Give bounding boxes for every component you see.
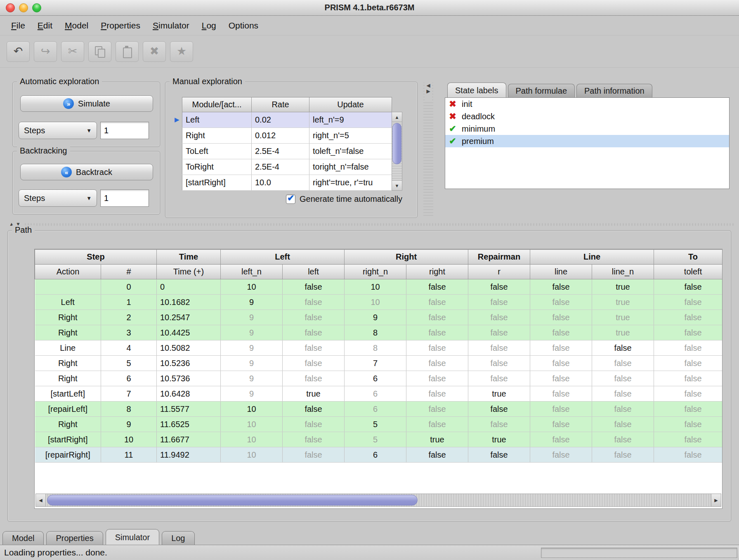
- path-row[interactable]: Line410.50829false8falsefalsefalsefalsef…: [35, 340, 723, 356]
- path-cell: true: [468, 432, 530, 447]
- manual-choice-row[interactable]: Right0.012right_n'=5: [182, 128, 392, 144]
- menu-item-log[interactable]: Log: [196, 21, 222, 31]
- star-button[interactable]: ★: [170, 41, 193, 62]
- green-check-icon: ✔: [448, 136, 458, 146]
- manual-cell-update[interactable]: right'=true, r'=tru: [309, 175, 392, 191]
- manual-cell-rate[interactable]: 2.5E-4: [252, 159, 309, 175]
- manual-column-module[interactable]: Module/[act...: [182, 97, 252, 112]
- path-row[interactable]: Left110.16829false10falsefalsefalsetruef…: [35, 295, 723, 310]
- path-column-header[interactable]: Time (+): [157, 265, 221, 279]
- manual-choice-row[interactable]: [startRight]10.0right'=true, r'=tru: [182, 175, 392, 191]
- path-column-header[interactable]: toleft: [654, 265, 722, 279]
- path-column-header[interactable]: #: [101, 265, 157, 279]
- scrollbar-thumb-horizontal[interactable]: [47, 495, 418, 506]
- path-column-header[interactable]: right_n: [345, 265, 406, 279]
- manual-cell-update[interactable]: toright_n'=false: [309, 159, 392, 175]
- path-row[interactable]: [startRight]1011.667710false5truetruefal…: [35, 432, 723, 447]
- path-cell: false: [406, 340, 468, 356]
- redo-button[interactable]: ↪: [34, 41, 57, 62]
- path-row[interactable]: [repairLeft]811.557710false6falsefalsefa…: [35, 402, 723, 417]
- tab-path-formulae[interactable]: Path formulae: [508, 84, 575, 97]
- manual-cell-module[interactable]: [startRight]: [182, 175, 252, 191]
- path-row[interactable]: Right610.57369false6falsefalsefalsefalse…: [35, 371, 723, 386]
- path-column-header[interactable]: left: [283, 265, 345, 279]
- path-row[interactable]: 0010false10falsefalsefalsetruefalse: [35, 279, 723, 295]
- manual-cell-update[interactable]: left_n'=9: [309, 112, 392, 128]
- manual-cell-module[interactable]: ToRight: [182, 159, 252, 175]
- path-cell: false: [468, 447, 530, 463]
- menu-item-file[interactable]: File: [5, 21, 31, 31]
- state-label-item-deadlock[interactable]: ✖deadlock: [445, 110, 729, 123]
- scroll-right-icon[interactable]: ▶: [711, 494, 721, 506]
- path-row[interactable]: Right210.25479false9falsefalsefalsetruef…: [35, 310, 723, 325]
- menu-item-model[interactable]: Model: [59, 21, 94, 31]
- close-window-button[interactable]: [6, 3, 15, 12]
- manual-cell-rate[interactable]: 2.5E-4: [252, 144, 309, 159]
- manual-cell-module[interactable]: Left: [182, 112, 252, 128]
- path-row[interactable]: [repairRight]1111.949210false6falsefalse…: [35, 447, 723, 463]
- manual-choice-row[interactable]: ToLeft2.5E-4toleft_n'=false: [182, 144, 392, 159]
- scroll-down-icon[interactable]: ▼: [392, 180, 402, 190]
- tab-path-information[interactable]: Path information: [576, 84, 652, 97]
- tab-properties[interactable]: Properties: [46, 531, 103, 545]
- auto-steps-input[interactable]: [100, 122, 149, 139]
- manual-cell-module[interactable]: ToLeft: [182, 144, 252, 159]
- menu-item-options[interactable]: Options: [222, 21, 264, 31]
- vertical-splitter[interactable]: ◀▶: [423, 83, 433, 218]
- copy-button[interactable]: [88, 41, 111, 62]
- tab-model[interactable]: Model: [2, 531, 44, 545]
- path-column-header[interactable]: line_n: [592, 265, 654, 279]
- manual-column-update[interactable]: Update: [309, 97, 392, 112]
- menu-item-edit[interactable]: Edit: [31, 21, 59, 31]
- minimize-window-button[interactable]: [19, 3, 28, 12]
- delete-button[interactable]: ✖: [143, 41, 166, 62]
- manual-cell-rate[interactable]: 10.0: [252, 175, 309, 191]
- manual-cell-rate[interactable]: 0.012: [252, 128, 309, 144]
- cut-button[interactable]: ✂: [61, 41, 84, 62]
- manual-choice-row[interactable]: Left0.02left_n'=9: [182, 112, 392, 128]
- path-row[interactable]: Right310.44259false8falsefalsefalsetruef…: [35, 325, 723, 340]
- path-row[interactable]: Right911.652510false5falsefalsefalsefals…: [35, 417, 723, 432]
- backtrack-steps-dropdown[interactable]: Steps: [19, 189, 97, 207]
- path-column-header[interactable]: r: [468, 265, 530, 279]
- state-label-item-init[interactable]: ✖init: [445, 98, 729, 110]
- manual-column-rate[interactable]: Rate: [252, 97, 309, 112]
- path-cell: 11.9492: [157, 447, 221, 463]
- generate-time-checkbox[interactable]: [286, 194, 295, 204]
- state-label-item-premium[interactable]: ✔premium: [445, 135, 729, 147]
- path-column-header[interactable]: left_n: [221, 265, 283, 279]
- state-label-item-minimum[interactable]: ✔minimum: [445, 123, 729, 135]
- scrollbar-thumb[interactable]: [392, 123, 401, 164]
- simulate-button[interactable]: Simulate: [20, 95, 153, 112]
- paste-button[interactable]: [116, 41, 139, 62]
- path-column-header[interactable]: Action: [35, 265, 101, 279]
- splitter-collapse-icons[interactable]: ◀▶: [425, 83, 432, 101]
- scroll-up-icon[interactable]: ▲: [392, 112, 402, 122]
- path-cell: 9: [221, 325, 283, 340]
- undo-button[interactable]: ↶: [7, 41, 30, 62]
- auto-steps-dropdown[interactable]: Steps: [19, 122, 97, 139]
- manual-cell-module[interactable]: Right: [182, 128, 252, 144]
- bottom-tab-strip: ModelPropertiesSimulatorLog: [2, 529, 195, 545]
- backtrack-steps-input[interactable]: [100, 189, 149, 207]
- manual-cell-update[interactable]: right_n'=5: [309, 128, 392, 144]
- zoom-window-button[interactable]: [32, 3, 41, 12]
- path-row[interactable]: Right510.52369false7falsefalsefalsefalse…: [35, 356, 723, 371]
- path-column-header[interactable]: right: [406, 265, 468, 279]
- path-column-header[interactable]: line: [530, 265, 592, 279]
- path-cell: false: [283, 279, 345, 295]
- path-horizontal-scrollbar[interactable]: ◀ ▶: [35, 494, 721, 507]
- manual-cell-rate[interactable]: 0.02: [252, 112, 309, 128]
- scroll-left-icon[interactable]: ◀: [36, 494, 46, 506]
- manual-choice-row[interactable]: ToRight2.5E-4toright_n'=false: [182, 159, 392, 175]
- menu-item-properties[interactable]: Properties: [94, 21, 146, 31]
- manual-table-scrollbar[interactable]: ▲ ▼: [392, 112, 402, 191]
- tab-state-labels[interactable]: State labels: [447, 83, 506, 97]
- horizontal-splitter[interactable]: ▲▼: [0, 220, 739, 229]
- tab-log[interactable]: Log: [162, 531, 194, 545]
- backtrack-button[interactable]: Backtrack: [20, 164, 153, 180]
- manual-cell-update[interactable]: toleft_n'=false: [309, 144, 392, 159]
- path-row[interactable]: [startLeft]710.64289true6falsetruefalsef…: [35, 386, 723, 402]
- menu-item-simulator[interactable]: Simulator: [146, 21, 196, 31]
- tab-simulator[interactable]: Simulator: [106, 529, 159, 545]
